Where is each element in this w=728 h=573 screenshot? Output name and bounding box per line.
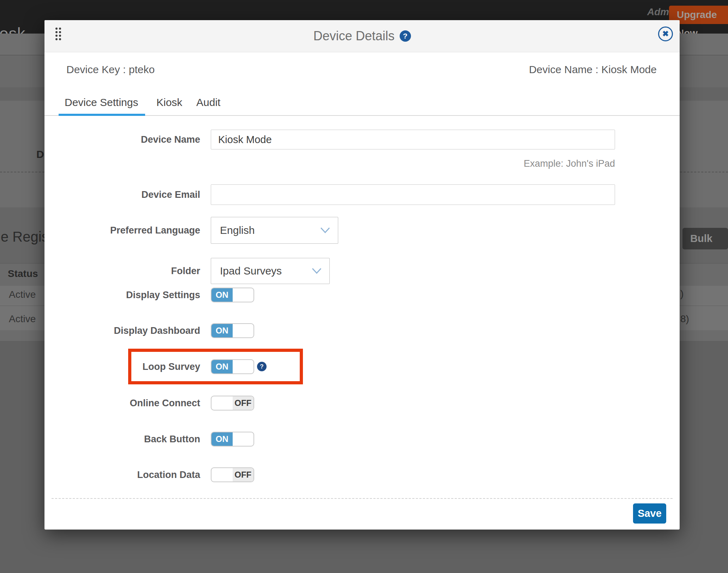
online-connect-toggle[interactable]: OFF	[211, 396, 254, 410]
preferred-language-value: English	[220, 224, 255, 236]
toggle-on-state: ON	[211, 324, 233, 337]
toggle-on-state: ON	[211, 360, 233, 373]
tab-device-settings[interactable]: Device Settings	[65, 96, 138, 108]
folder-label: Folder	[44, 258, 200, 284]
modal-title: Device Details	[313, 29, 394, 43]
status-cell: Active	[9, 313, 36, 325]
modal-tabs: Device Settings Kiosk Audit	[44, 87, 680, 116]
truncated-cell-fragment: 8)	[680, 313, 689, 325]
chevron-down-icon	[312, 268, 322, 274]
toggle-track	[233, 324, 254, 337]
device-key-text: Device Key : pteko	[66, 64, 155, 76]
loop-survey-label: Loop Survey	[44, 359, 200, 374]
toggle-on-state: ON	[211, 432, 233, 446]
back-button-toggle[interactable]: ON	[211, 432, 254, 447]
status-cell: Active	[9, 289, 36, 300]
question-circle-icon[interactable]: ?	[257, 362, 267, 371]
screen: osk Admin Upgrade Now Mobile https:// D …	[0, 0, 728, 573]
toggle-track	[233, 288, 254, 302]
device-name-input[interactable]	[211, 130, 615, 149]
toggle-off-state: OFF	[233, 396, 254, 410]
device-key-row: Device Key : pteko Device Name : Kiosk M…	[44, 52, 680, 87]
tab-audit[interactable]: Audit	[196, 96, 220, 108]
modal-header: Device Details ? ✖	[44, 20, 680, 52]
folder-select[interactable]: Ipad Surveys	[211, 258, 330, 284]
bulk-edit-button[interactable]: Bulk Edit	[682, 228, 728, 249]
question-circle-icon[interactable]: ?	[400, 30, 411, 42]
device-email-label: Device Email	[44, 184, 200, 205]
location-data-toggle[interactable]: OFF	[211, 467, 254, 482]
device-name-text: Device Name : Kiosk Mode	[529, 64, 657, 76]
display-settings-label: Display Settings	[44, 288, 200, 302]
location-data-label: Location Data	[44, 467, 200, 482]
folder-value: Ipad Surveys	[220, 265, 282, 277]
chevron-down-icon	[320, 227, 330, 234]
display-settings-toggle[interactable]: ON	[211, 288, 254, 302]
save-button[interactable]: Save	[633, 503, 666, 524]
display-dashboard-label: Display Dashboard	[44, 323, 200, 338]
toggle-track	[233, 432, 254, 446]
truncated-label: D	[36, 148, 44, 160]
device-name-hint: Example: John's iPad	[211, 158, 615, 169]
toggle-on-state: ON	[211, 288, 233, 302]
toggle-track	[233, 360, 254, 373]
status-column-header: Status	[8, 268, 38, 279]
footer-dashed-divider	[52, 498, 673, 499]
toggle-track	[211, 396, 233, 410]
device-name-label: Device Name	[44, 130, 200, 149]
online-connect-label: Online Connect	[44, 396, 200, 410]
device-email-input[interactable]	[211, 184, 615, 205]
back-button-label: Back Button	[44, 432, 200, 447]
loop-survey-toggle[interactable]: ON	[211, 359, 254, 374]
device-details-modal: Device Details ? ✖ Device Key : pteko De…	[44, 20, 680, 530]
preferred-language-select[interactable]: English	[211, 217, 338, 244]
close-icon[interactable]: ✖	[658, 26, 673, 41]
toggle-off-state: OFF	[233, 468, 254, 482]
toggle-track	[211, 468, 233, 482]
truncated-cell-fragment: )	[680, 288, 684, 300]
active-tab-underline	[59, 114, 145, 116]
tab-kiosk[interactable]: Kiosk	[156, 96, 182, 108]
preferred-language-label: Preferred Language	[44, 217, 200, 244]
display-dashboard-toggle[interactable]: ON	[211, 323, 254, 338]
